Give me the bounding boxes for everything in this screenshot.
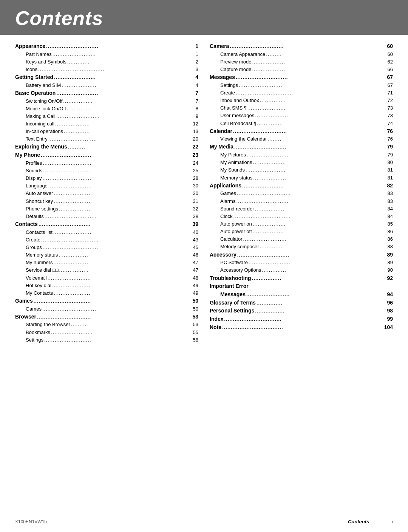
toc-row: Auto power off..................86 [210,228,393,235]
toc-row: Browser...............................53 [15,313,198,321]
toc-row: Service dial □□.................47 [15,266,198,274]
toc-row: Glossary of Terms...............96 [210,299,393,307]
toc-row: Auto power on...................85 [210,220,393,228]
toc-page: 4 [187,73,198,82]
toc-page: 66 [382,66,393,73]
toc-row: Part Names.........................1 [15,51,198,58]
toc-label: Viewing the Calendar [220,135,267,143]
toc-page: 84 [382,213,393,220]
toc-page: 3 [187,66,198,73]
toc-dots: ......................... [48,182,187,190]
toc-dots: ............... [259,97,382,104]
toc-row: Phone settings...................32 [15,205,198,213]
toc-row: My Sounds.......................81 [210,166,393,174]
toc-dots: ............................... [236,190,382,197]
toc-label: My Media [210,143,233,151]
toc-label: Basic Operation [15,89,56,97]
toc-page: 92 [382,274,393,283]
toc-dots: .................. [252,228,382,235]
toc-row: Groups................................45 [15,244,198,251]
toc-dots: ................. [58,251,187,259]
toc-label: Messages [220,291,246,299]
toc-row: Getting Started........................4 [15,73,198,82]
toc-row: Chat SMS ¶......................73 [210,104,393,112]
toc-dots: .................... [54,120,187,128]
toc-row: Games.................................50 [15,297,198,305]
toc-page: 55 [187,329,198,336]
toc-page: 83 [382,190,393,197]
toc-dots: .......... [67,143,187,151]
toc-label: Auto answer [26,190,53,197]
toc-row: Messages..............................67 [210,73,393,82]
toc-dots: ......................... [47,274,187,282]
toc-row: Sound recorder.................84 [210,205,393,213]
toc-page: 73 [382,104,393,112]
toc-row: My Animations...................80 [210,159,393,166]
toc-page: 49 [187,289,198,297]
toc-row: Keys and Symbols.............2 [15,58,198,66]
toc-row: In-call operations...............13 [15,128,198,135]
toc-label: Making a Call [26,113,56,120]
toc-page: 23 [187,151,198,159]
toc-row: Display.............................28 [15,175,198,182]
toc-label: Games [15,297,33,305]
toc-dots: ................... [252,174,382,182]
toc-dots: ................. [62,97,187,105]
toc-dots: ................................ [235,89,382,97]
toc-label: Memory status [26,251,58,259]
toc-label: PC Software [220,259,248,266]
toc-dots: ............................ [42,167,187,175]
right-column: Camera...............................60C… [210,42,393,344]
toc-dots: ................................. [233,213,382,220]
toc-page: 94 [382,291,393,299]
toc-page: 84 [382,205,393,213]
toc-row: My Contacts.....................49 [15,289,198,297]
left-column: Appearance..............................… [15,42,198,344]
toc-dots: ........................ [248,259,382,266]
toc-page: 32 [187,205,198,213]
toc-row: Starting the Browser.........53 [15,321,198,328]
toc-dots: ......................... [52,51,187,58]
toc-row: Create.................................4… [15,236,198,244]
toc-page: 104 [382,323,393,332]
toc-row: Making a Call.........................9 [15,113,198,120]
toc-dots: ...................... [51,282,187,289]
toc-page: 47 [187,266,198,274]
toc-page: 47 [187,259,198,266]
toc-label: Accessory Options [220,266,261,274]
toc-dots: ...................... [53,198,187,205]
toc-label: Switching On/Off [26,97,62,105]
toc-row: Bookmarks........................55 [15,329,198,336]
toc-dots: ................................. [224,315,382,323]
toc-dots: ................. [59,266,187,274]
toc-label: Service dial □□ [26,266,59,274]
toc-page: 71 [382,89,393,97]
toc-dots: ......................... [56,113,187,120]
toc-label: Exploring the Menus [15,143,67,151]
toc-dots: ..................... [53,259,187,266]
toc-page: 25 [187,167,198,175]
toc-page: 48 [187,274,198,282]
toc-page: 90 [382,266,393,274]
toc-dots: ....................... [245,166,382,174]
toc-row: Accessory..............................8… [210,251,393,259]
toc-row: Language.........................30 [15,182,198,190]
toc-dots: ...................... [53,229,187,236]
header: Contents [0,0,408,35]
toc-dots: ................... [252,159,382,166]
toc-row: Camera Appearance.........60 [210,51,393,58]
toc-dots: ........................ [246,151,382,159]
toc-label: Messages [210,73,235,82]
toc-page: 49 [187,282,198,289]
toc-page: 53 [187,321,198,328]
toc-page: 67 [382,73,393,82]
toc-dots: .............................. [38,221,187,228]
toc-page: 28 [187,175,198,182]
toc-page: 81 [382,166,393,174]
toc-page: 40 [187,229,198,236]
toc-dots: ............. [66,58,187,66]
toc-label: Cell Broadcast ¶ [220,120,256,127]
toc-dots: ................. [254,205,382,213]
toc-dots: ................................. [33,297,187,305]
toc-label: Clock [220,213,233,220]
